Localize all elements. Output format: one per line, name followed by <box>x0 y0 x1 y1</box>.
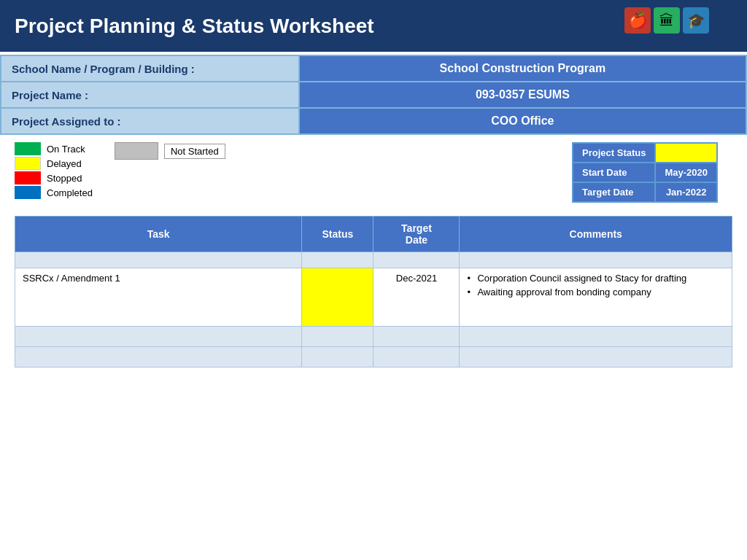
col-task: Task <box>15 217 302 252</box>
delayed-box <box>15 157 41 170</box>
info-table: School Name / Program / Building : Schoo… <box>0 55 747 135</box>
not-started-area: Not Started <box>115 142 225 160</box>
shaded-comments-2 <box>460 347 732 368</box>
comments-cell: Corporation Council assigned to Stacy fo… <box>460 268 732 327</box>
target-date-label: Target Date <box>573 182 655 202</box>
shaded-comments-1 <box>460 327 732 347</box>
logo-area: 🍎 🏛 🎓 NEW HAVEN PUBLIC SCHOOLS <box>601 7 732 44</box>
project-status-label: Project Status <box>573 143 655 163</box>
main-table: Task Status TargetDate Comments SSRCx / … <box>15 216 732 368</box>
project-status-value <box>655 143 717 163</box>
page-title: Project Planning & Status Worksheet <box>15 15 374 38</box>
start-date-value: May-2020 <box>655 163 717 182</box>
school-system-name: NEW HAVEN PUBLIC SCHOOLS <box>601 36 732 44</box>
legend-area: On Track Delayed Stopped Completed Not S… <box>0 135 747 210</box>
empty-date <box>374 252 460 268</box>
comment-item-1: Corporation Council assigned to Stacy fo… <box>467 273 724 284</box>
school-label: School Name / Program / Building : <box>1 55 299 82</box>
delayed-label: Delayed <box>47 158 82 169</box>
shaded-status-2 <box>302 347 374 368</box>
empty-comments <box>460 252 732 268</box>
legend-delayed: Delayed <box>15 157 93 170</box>
shaded-date-1 <box>374 327 460 347</box>
status-row: Project Status <box>573 143 717 163</box>
info-row-project: Project Name : 093-0357 ESUMS <box>1 82 746 108</box>
project-label: Project Name : <box>1 82 299 108</box>
logo-icons: 🍎 🏛 🎓 <box>624 7 709 34</box>
date-cell: Dec-2021 <box>374 268 460 327</box>
start-date-row: Start Date May-2020 <box>573 163 717 182</box>
info-row-school: School Name / Program / Building : Schoo… <box>1 55 746 82</box>
start-date-label: Start Date <box>573 163 655 182</box>
table-row: SSRCx / Amendment 1 Dec-2021 Corporation… <box>15 268 732 327</box>
stopped-label: Stopped <box>47 173 82 184</box>
status-mini-table: Project Status Start Date May-2020 Targe… <box>572 142 718 203</box>
logo-icon-apple: 🍎 <box>624 7 651 34</box>
on-track-label: On Track <box>47 144 85 155</box>
school-value: School Construction Program <box>299 55 746 82</box>
completed-box <box>15 186 41 199</box>
empty-status <box>302 252 374 268</box>
shaded-task-1 <box>15 327 302 347</box>
legend-stopped: Stopped <box>15 171 93 184</box>
info-row-assigned: Project Assigned to : COO Office <box>1 108 746 134</box>
task-cell: SSRCx / Amendment 1 <box>15 268 302 327</box>
shaded-date-2 <box>374 347 460 368</box>
table-header-row: Task Status TargetDate Comments <box>15 217 732 252</box>
stopped-box <box>15 171 41 184</box>
target-date-value: Jan-2022 <box>655 182 717 202</box>
assigned-value: COO Office <box>299 108 746 134</box>
logo-icon-graduation: 🎓 <box>683 7 709 34</box>
empty-task <box>15 252 302 268</box>
status-cell-yellow <box>302 268 374 327</box>
legend-items: On Track Delayed Stopped Completed <box>15 142 93 199</box>
target-date-row: Target Date Jan-2022 <box>573 182 717 202</box>
table-row <box>15 252 732 268</box>
project-status-panel: Project Status Start Date May-2020 Targe… <box>572 142 718 203</box>
completed-label: Completed <box>47 187 93 198</box>
shaded-task-2 <box>15 347 302 368</box>
table-row <box>15 347 732 368</box>
comment-item-2: Awaiting approval from bonding company <box>467 287 724 298</box>
assigned-label: Project Assigned to : <box>1 108 299 134</box>
col-target-date: TargetDate <box>374 217 460 252</box>
on-track-box <box>15 142 41 155</box>
project-value: 093-0357 ESUMS <box>299 82 746 108</box>
comments-list: Corporation Council assigned to Stacy fo… <box>467 273 724 298</box>
logo-icon-building: 🏛 <box>654 7 680 34</box>
legend-completed: Completed <box>15 186 93 199</box>
page-header: Project Planning & Status Worksheet 🍎 🏛 … <box>0 0 747 52</box>
col-comments: Comments <box>460 217 732 252</box>
not-started-box <box>115 142 158 160</box>
not-started-label: Not Started <box>164 144 225 159</box>
shaded-status-1 <box>302 327 374 347</box>
col-status: Status <box>302 217 374 252</box>
legend-on-track: On Track <box>15 142 93 155</box>
table-row <box>15 327 732 347</box>
